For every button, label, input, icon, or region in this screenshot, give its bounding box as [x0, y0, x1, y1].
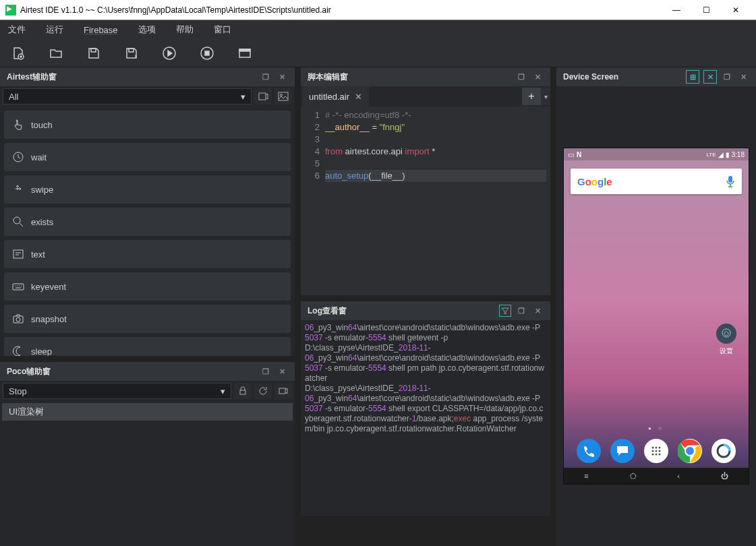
log-output[interactable]: 06_py3_win64\airtest\core\android\static…	[301, 320, 550, 516]
cmd-keyevent[interactable]: keyevent	[4, 272, 291, 301]
menu-options[interactable]: 选项	[138, 24, 156, 36]
menu-run[interactable]: 运行	[46, 24, 63, 36]
editor-panel-header: 脚本编辑窗 ❐ ✕	[301, 67, 550, 86]
home-pager-dots: ● ○	[564, 425, 749, 431]
nav-power-icon[interactable]: ⏻	[721, 472, 728, 480]
chrome-app-icon[interactable]	[678, 439, 702, 463]
airtest-command-list: touch wait swipe exists text keyevent sn…	[0, 107, 295, 356]
window-titlebar: Airtest IDE v1.1.0 ~~ C:\Users\fnngj\App…	[0, 0, 756, 20]
svg-point-24	[652, 450, 654, 452]
svg-rect-7	[239, 49, 250, 51]
window-title: Airtest IDE v1.1.0 ~~ C:\Users\fnngj\App…	[20, 5, 662, 15]
panel-close-icon[interactable]: ✕	[531, 305, 544, 317]
device-tools-icon[interactable]: ✕	[703, 70, 717, 84]
nav-home-icon[interactable]: ⬠	[630, 472, 637, 481]
maximize-button[interactable]: ☐	[691, 0, 721, 20]
svg-point-10	[281, 94, 283, 96]
open-file-button[interactable]	[49, 46, 63, 61]
run-button[interactable]	[162, 46, 177, 61]
android-n-icon: N	[577, 151, 581, 158]
cmd-sleep[interactable]: sleep	[4, 337, 291, 356]
poco-record-button[interactable]	[274, 383, 292, 399]
svg-point-16	[16, 317, 20, 322]
google-search-bar[interactable]: Google	[571, 169, 742, 194]
mic-icon[interactable]	[726, 175, 735, 187]
svg-rect-14	[13, 284, 24, 290]
svg-point-29	[659, 454, 661, 456]
panel-float-icon[interactable]: ❐	[515, 305, 527, 317]
svg-rect-5	[205, 51, 209, 55]
log-filter-icon[interactable]	[499, 305, 511, 317]
camera-app-icon[interactable]	[711, 439, 736, 463]
sdcard-icon: ▭	[568, 151, 574, 158]
poco-control-bar: Stop▾	[0, 381, 295, 401]
airtest-panel-header: Airtest辅助窗 ❐ ✕	[0, 67, 295, 86]
save-button[interactable]	[86, 46, 101, 61]
svg-point-25	[656, 450, 658, 452]
device-panel-header: Device Screen ⊞ ✕ ❐ ✕	[556, 67, 756, 86]
image-button[interactable]	[274, 88, 292, 104]
android-dock	[564, 435, 749, 466]
svg-point-23	[659, 447, 661, 449]
minimize-button[interactable]: —	[662, 0, 691, 20]
svg-point-20	[724, 332, 728, 336]
phone-app-icon[interactable]	[577, 439, 601, 463]
code-editor[interactable]: 123456 # -*- encoding=utf8 -*- __author_…	[301, 107, 550, 295]
cmd-text[interactable]: text	[4, 240, 291, 268]
poco-tree-root[interactable]: UI渲染树	[2, 403, 293, 421]
new-file-button[interactable]	[11, 46, 26, 61]
svg-rect-2	[129, 49, 134, 52]
poco-mode-combo[interactable]: Stop▾	[3, 383, 231, 399]
tab-close-icon[interactable]: ✕	[355, 92, 362, 102]
device-grid-icon[interactable]: ⊞	[686, 70, 699, 84]
add-tab-button[interactable]: +	[522, 88, 541, 105]
editor-tabbar: untitled.air✕ + ▾	[301, 86, 550, 107]
poco-refresh-button[interactable]	[254, 383, 272, 399]
battery-icon: ▮	[726, 151, 730, 158]
messages-app-icon[interactable]	[610, 439, 635, 463]
panel-float-icon[interactable]: ❐	[721, 71, 733, 83]
tab-overflow-icon[interactable]: ▾	[541, 88, 550, 105]
panel-close-icon[interactable]: ✕	[276, 71, 288, 83]
code-content[interactable]: # -*- encoding=utf8 -*- __author__ = "fn…	[325, 107, 550, 295]
panel-float-icon[interactable]: ❐	[515, 71, 527, 83]
cmd-snapshot[interactable]: snapshot	[4, 305, 291, 333]
main-toolbar	[0, 39, 756, 67]
device-screen[interactable]: ▭N LTE◢▮3:18 Google 设置 ● ○	[563, 148, 749, 485]
menu-help[interactable]: 帮助	[176, 24, 194, 36]
apps-drawer-icon[interactable]	[644, 439, 668, 463]
airtest-filter-combo[interactable]: All▾	[3, 88, 252, 104]
editor-tab[interactable]: untitled.air✕	[302, 86, 369, 107]
google-logo: Google	[577, 176, 612, 187]
log-button[interactable]	[237, 46, 252, 61]
panel-float-icon[interactable]: ❐	[260, 365, 272, 377]
svg-point-12	[13, 217, 20, 224]
nav-menu-icon[interactable]: ≡	[584, 472, 588, 480]
panel-float-icon[interactable]: ❐	[260, 71, 272, 83]
poco-lock-button[interactable]	[234, 383, 252, 399]
panel-close-icon[interactable]: ✕	[531, 71, 544, 83]
airtest-filter-bar: All▾	[0, 86, 295, 107]
record-button[interactable]	[254, 88, 272, 104]
save-as-button[interactable]	[124, 46, 139, 61]
nav-back-icon[interactable]: ‹	[677, 472, 680, 480]
android-statusbar: ▭N LTE◢▮3:18	[564, 148, 749, 160]
clock-label: 3:18	[732, 151, 745, 158]
stop-button[interactable]	[200, 46, 214, 61]
menu-file[interactable]: 文件	[8, 24, 26, 36]
chevron-down-icon: ▾	[241, 92, 245, 102]
device-screen-area: ▭N LTE◢▮3:18 Google 设置 ● ○	[556, 86, 756, 546]
signal-icon: ◢	[718, 151, 724, 158]
menu-firebase[interactable]: Firebase	[84, 25, 118, 35]
panel-close-icon[interactable]: ✕	[737, 71, 749, 83]
cmd-wait[interactable]: wait	[4, 143, 291, 171]
menu-window[interactable]: 窗口	[214, 24, 231, 36]
settings-app-icon[interactable]: 设置	[716, 324, 736, 356]
cmd-swipe[interactable]: swipe	[4, 175, 291, 204]
close-button[interactable]: ✕	[721, 0, 751, 20]
cmd-touch[interactable]: touch	[4, 111, 291, 139]
svg-rect-9	[279, 92, 288, 100]
panel-close-icon[interactable]: ✕	[276, 365, 288, 377]
svg-point-21	[652, 447, 654, 449]
cmd-exists[interactable]: exists	[4, 208, 291, 236]
